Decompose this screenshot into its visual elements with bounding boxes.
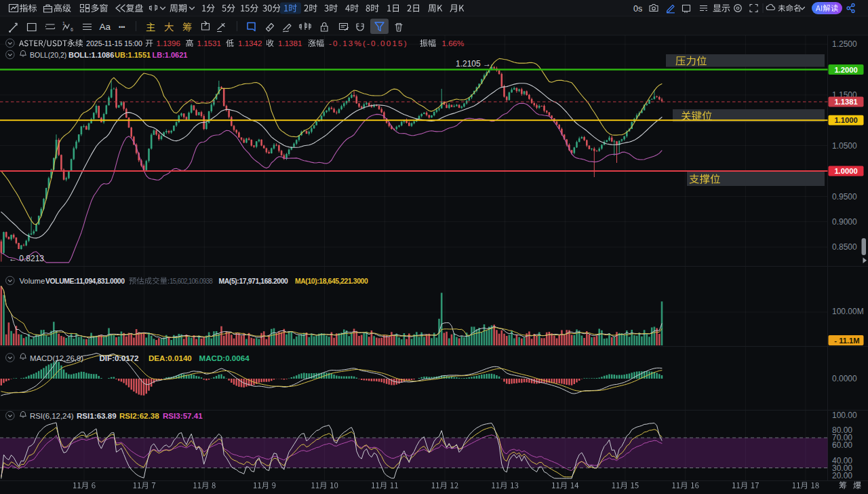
svg-text:-0.13%(-0.0015): -0.13%(-0.0015) bbox=[329, 39, 408, 48]
svg-text:1.2500: 1.2500 bbox=[832, 39, 857, 49]
svg-text:1.1396: 1.1396 bbox=[157, 39, 180, 48]
svg-text:RSI(6,12,24): RSI(6,12,24) bbox=[30, 412, 74, 420]
svg-text:0.8500: 0.8500 bbox=[832, 242, 857, 252]
svg-text:1: 1 bbox=[62, 21, 65, 26]
svg-text:0.9000: 0.9000 bbox=[832, 217, 857, 227]
svg-text:1.1342: 1.1342 bbox=[238, 39, 262, 48]
svg-text:1.2105 →: 1.2105 → bbox=[456, 59, 491, 69]
svg-text:100.00M: 100.00M bbox=[832, 307, 864, 316]
svg-text:1.0000: 1.0000 bbox=[834, 167, 857, 175]
svg-text:RSI2:62.38: RSI2:62.38 bbox=[119, 411, 159, 420]
svg-text:1.0500: 1.0500 bbox=[832, 141, 857, 151]
svg-text:BOLL:1.1086: BOLL:1.1086 bbox=[68, 51, 114, 59]
svg-text:•••: ••• bbox=[119, 24, 125, 31]
svg-text:0s: 0s bbox=[633, 4, 642, 14]
svg-text:BOLL(20,2): BOLL(20,2) bbox=[30, 51, 66, 59]
svg-text:0.0000: 0.0000 bbox=[832, 374, 857, 383]
svg-text:1.2000: 1.2000 bbox=[834, 66, 857, 74]
svg-text:RSI3:57.41: RSI3:57.41 bbox=[163, 411, 203, 420]
svg-text:- 11.1M: - 11.1M bbox=[834, 337, 859, 345]
svg-text:DIF:0.0172: DIF:0.0172 bbox=[100, 354, 139, 362]
svg-text:20.00: 20.00 bbox=[832, 471, 852, 480]
svg-text:2025-11-15 15:00: 2025-11-15 15:00 bbox=[86, 39, 142, 48]
svg-text:RSI1:63.89: RSI1:63.89 bbox=[77, 411, 117, 420]
svg-text:1.66%: 1.66% bbox=[442, 39, 465, 48]
svg-text:VOLUME:11,094,831.0000: VOLUME:11,094,831.0000 bbox=[45, 278, 125, 285]
svg-text:Volume: Volume bbox=[19, 277, 45, 285]
svg-text:1.1381: 1.1381 bbox=[278, 39, 302, 48]
svg-text:0.9500: 0.9500 bbox=[832, 192, 857, 202]
svg-text:MACD:0.0064: MACD:0.0064 bbox=[199, 354, 250, 362]
svg-text:6: 6 bbox=[71, 27, 73, 32]
svg-text:1.1531: 1.1531 bbox=[197, 39, 221, 48]
svg-text:MA(10):18,645,221.3000: MA(10):18,645,221.3000 bbox=[295, 278, 368, 285]
svg-text:1.1000: 1.1000 bbox=[834, 116, 857, 124]
svg-text:60.00: 60.00 bbox=[832, 440, 852, 450]
svg-text:LB:1.0621: LB:1.0621 bbox=[153, 51, 188, 59]
svg-text:← 0.8213: ← 0.8213 bbox=[9, 254, 44, 263]
svg-text:UB:1.1551: UB:1.1551 bbox=[115, 51, 151, 59]
svg-text:1.1381: 1.1381 bbox=[834, 98, 857, 106]
svg-text:100.00: 100.00 bbox=[832, 411, 857, 420]
svg-text:MACD(12,26,9): MACD(12,26,9) bbox=[30, 354, 83, 362]
svg-text:15,602,106.0938: 15,602,106.0938 bbox=[170, 278, 213, 285]
svg-text:MA(5):17,971,168.2000: MA(5):17,971,168.2000 bbox=[219, 278, 289, 285]
svg-text:DEA:0.0140: DEA:0.0140 bbox=[149, 354, 192, 362]
svg-text:Aa: Aa bbox=[100, 22, 111, 32]
